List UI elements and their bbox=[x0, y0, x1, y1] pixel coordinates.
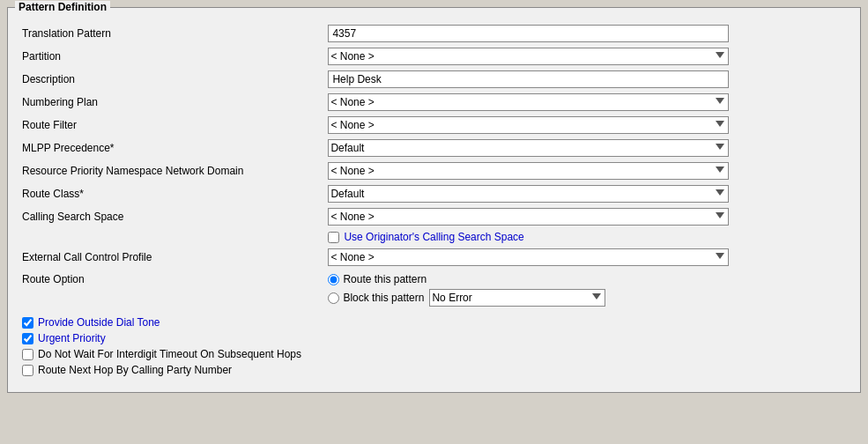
provide-outside-label[interactable]: Provide Outside Dial Tone bbox=[38, 316, 160, 329]
section-title: Pattern Definition bbox=[15, 1, 110, 13]
route-class-select[interactable]: Default bbox=[328, 185, 729, 203]
route-filter-row: Route Filter < None > bbox=[19, 114, 849, 137]
resource-priority-row: Resource Priority Namespace Network Doma… bbox=[19, 159, 849, 182]
resource-priority-select[interactable]: < None > bbox=[328, 162, 729, 180]
numbering-plan-row: Numbering Plan < None > bbox=[19, 91, 849, 114]
partition-cell: < None > bbox=[324, 45, 849, 68]
route-next-hop-checkbox[interactable] bbox=[22, 365, 33, 376]
route-option-cell: Route this pattern Block this pattern No… bbox=[324, 269, 849, 309]
route-class-cell: Default bbox=[324, 182, 849, 205]
route-filter-label: Route Filter bbox=[19, 114, 324, 137]
external-call-label: External Call Control Profile bbox=[19, 246, 324, 269]
mlpp-precedence-select[interactable]: Default bbox=[328, 139, 729, 157]
do-not-wait-row: Do Not Wait For Interdigit Timeout On Su… bbox=[22, 348, 849, 360]
partition-row: Partition < None > bbox=[19, 45, 849, 68]
mlpp-precedence-label: MLPP Precedence* bbox=[19, 137, 324, 159]
bottom-checkboxes: Provide Outside Dial Tone Urgent Priorit… bbox=[19, 316, 849, 376]
mlpp-precedence-row: MLPP Precedence* Default bbox=[19, 137, 849, 159]
translation-pattern-label: Translation Pattern bbox=[19, 22, 324, 45]
resource-priority-label: Resource Priority Namespace Network Doma… bbox=[19, 159, 324, 182]
route-option-label: Route Option bbox=[19, 269, 324, 309]
external-call-select[interactable]: < None > bbox=[328, 248, 729, 266]
provide-outside-checkbox[interactable] bbox=[22, 317, 33, 329]
pattern-definition-section: Pattern Definition Translation Pattern P… bbox=[7, 7, 861, 393]
route-next-hop-row: Route Next Hop By Calling Party Number bbox=[22, 364, 849, 376]
urgent-priority-row: Urgent Priority bbox=[22, 332, 849, 344]
route-next-hop-label[interactable]: Route Next Hop By Calling Party Number bbox=[38, 364, 232, 376]
calling-search-space-cell: < None > bbox=[324, 205, 849, 228]
description-label: Description bbox=[19, 68, 324, 91]
calling-search-space-label: Calling Search Space bbox=[19, 205, 324, 228]
do-not-wait-label[interactable]: Do Not Wait For Interdigit Timeout On Su… bbox=[38, 348, 301, 360]
form-table: Translation Pattern Partition < None > D… bbox=[19, 22, 849, 309]
calling-search-space-row: Calling Search Space < None > bbox=[19, 205, 849, 228]
resource-priority-cell: < None > bbox=[324, 159, 849, 182]
translation-pattern-cell bbox=[324, 22, 849, 45]
translation-pattern-input[interactable] bbox=[328, 25, 729, 42]
route-option-container: Route this pattern Block this pattern No… bbox=[328, 271, 846, 307]
route-filter-cell: < None > bbox=[324, 114, 849, 137]
partition-select[interactable]: < None > bbox=[328, 48, 729, 65]
calling-search-space-select[interactable]: < None > bbox=[328, 208, 729, 226]
mlpp-precedence-cell: Default bbox=[324, 137, 849, 159]
route-class-label: Route Class* bbox=[19, 182, 324, 205]
numbering-plan-cell: < None > bbox=[324, 91, 849, 114]
route-option-row: Route Option Route this pattern Block th… bbox=[19, 269, 849, 309]
external-call-row: External Call Control Profile < None > bbox=[19, 246, 849, 269]
numbering-plan-label: Numbering Plan bbox=[19, 91, 324, 114]
block-this-pattern-row: Block this pattern No Error bbox=[328, 289, 846, 307]
use-originator-row: Use Originator's Calling Search Space bbox=[19, 228, 849, 246]
use-originator-cell-empty bbox=[19, 228, 324, 246]
route-this-pattern-row: Route this pattern bbox=[328, 273, 846, 285]
description-cell bbox=[324, 68, 849, 91]
external-call-cell: < None > bbox=[324, 246, 849, 269]
block-error-select[interactable]: No Error bbox=[429, 289, 605, 307]
translation-pattern-row: Translation Pattern bbox=[19, 22, 849, 45]
urgent-priority-checkbox[interactable] bbox=[22, 333, 33, 344]
description-input[interactable] bbox=[328, 70, 729, 88]
block-this-label: Block this pattern bbox=[343, 292, 424, 304]
use-originator-cell: Use Originator's Calling Search Space bbox=[324, 228, 849, 246]
route-class-row: Route Class* Default bbox=[19, 182, 849, 205]
partition-label: Partition bbox=[19, 45, 324, 68]
route-this-label: Route this pattern bbox=[343, 273, 427, 285]
urgent-priority-label[interactable]: Urgent Priority bbox=[38, 332, 106, 344]
numbering-plan-select[interactable]: < None > bbox=[328, 93, 729, 111]
use-originator-checkbox[interactable] bbox=[328, 232, 339, 243]
route-this-radio[interactable] bbox=[328, 274, 339, 285]
description-row: Description bbox=[19, 68, 849, 91]
provide-outside-row: Provide Outside Dial Tone bbox=[22, 316, 849, 329]
use-originator-label: Use Originator's Calling Search Space bbox=[344, 231, 523, 243]
block-this-radio[interactable] bbox=[328, 292, 339, 304]
do-not-wait-checkbox[interactable] bbox=[22, 349, 33, 360]
route-filter-select[interactable]: < None > bbox=[328, 116, 729, 134]
